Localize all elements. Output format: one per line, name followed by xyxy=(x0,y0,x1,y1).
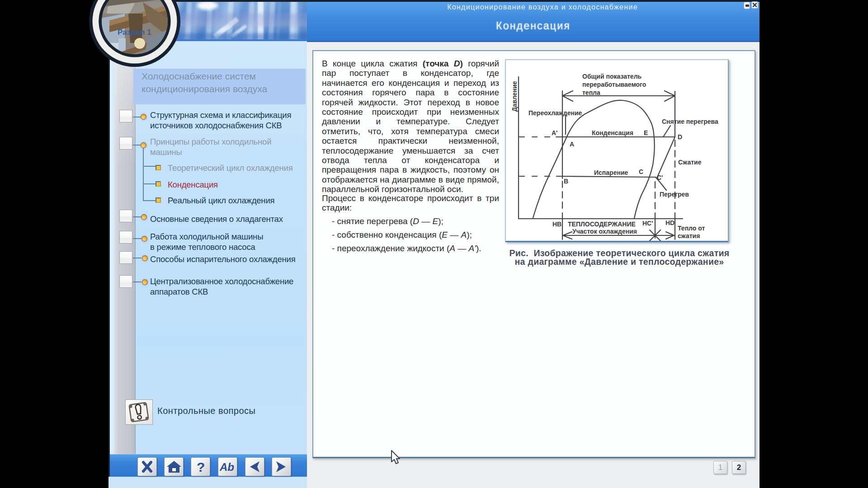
svg-text:D: D xyxy=(678,133,682,141)
svg-text:А': А' xyxy=(552,129,557,136)
svg-text:тепла: тепла xyxy=(582,89,600,96)
svg-text:Давление: Давление xyxy=(511,81,518,112)
svg-text:HD: HD xyxy=(665,219,675,226)
svg-text:Переохлаждение: Переохлаждение xyxy=(528,109,582,117)
svg-text:ТЕПЛОСОДЕРЖАНИЕ: ТЕПЛОСОДЕРЖАНИЕ xyxy=(568,221,636,228)
svg-text:С: С xyxy=(639,168,643,175)
svg-text:Конденсация: Конденсация xyxy=(592,129,633,136)
svg-text:Испарение: Испарение xyxy=(594,169,628,176)
svg-text:А: А xyxy=(570,141,574,148)
svg-text:Участок охлаждения: Участок охлаждения xyxy=(572,228,637,235)
svg-text:Сжатие: Сжатие xyxy=(678,159,702,166)
svg-text:Снятие перегрева: Снятие перегрева xyxy=(662,118,718,125)
svg-text:Перегрев: Перегрев xyxy=(660,191,689,198)
svg-text:С': С' xyxy=(657,174,663,181)
svg-text:?: ? xyxy=(197,460,205,474)
svg-text:переработываемого: переработываемого xyxy=(582,81,646,88)
svg-text:Е: Е xyxy=(644,129,648,136)
svg-text:НВ: НВ xyxy=(552,221,561,228)
svg-text:Тепло от: Тепло от xyxy=(678,225,705,232)
svg-text:Ab: Ab xyxy=(219,461,234,473)
svg-text:НС': НС' xyxy=(642,220,653,227)
svg-text:Общий показатель: Общий показатель xyxy=(582,73,642,80)
svg-text:сжатия: сжатия xyxy=(678,232,700,239)
svg-text:В: В xyxy=(564,178,568,185)
